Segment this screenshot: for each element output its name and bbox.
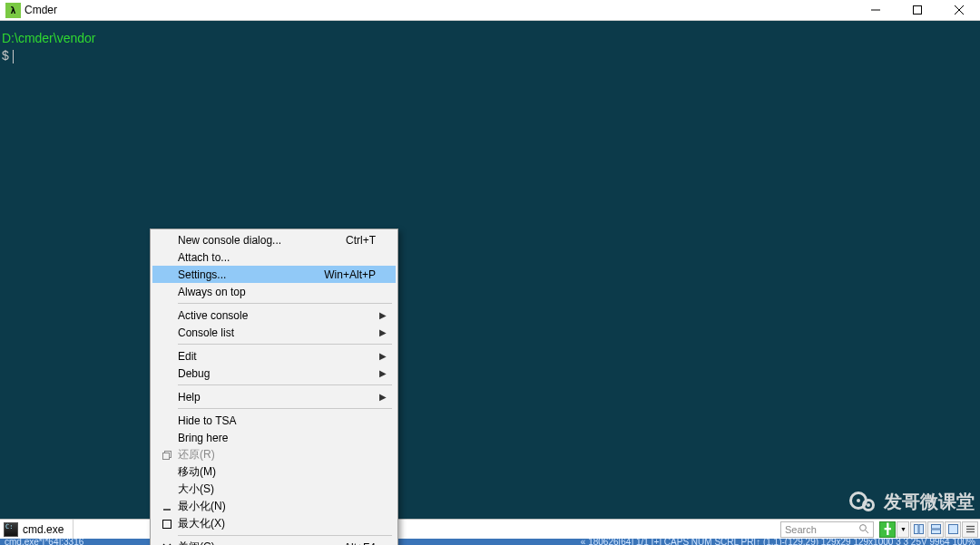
console-tab-icon [4, 522, 18, 537]
menu-item-label: 还原(R) [178, 447, 376, 462]
svg-rect-5 [163, 453, 170, 459]
close-button[interactable] [938, 0, 980, 21]
submenu-arrow-icon: ▶ [379, 310, 387, 320]
minimize-button[interactable] [855, 0, 897, 21]
menu-separator [178, 408, 392, 409]
menu-item-label: 移动(M) [178, 464, 376, 480]
menu-separator [178, 303, 392, 304]
terminal-path: D:\cmder\vendor [2, 31, 95, 45]
context-menu: New console dialog...Ctrl+TAttach to...S… [150, 229, 398, 545]
layout-button-3[interactable] [945, 521, 961, 538]
svg-point-10 [860, 525, 867, 531]
app-icon: λ [5, 3, 21, 18]
search-icon [858, 523, 869, 536]
submenu-arrow-icon: ▶ [379, 392, 387, 402]
min-icon [162, 502, 172, 511]
menu-item[interactable]: Edit▶ [152, 347, 396, 365]
search-input[interactable]: Search [780, 521, 874, 538]
terminal-cursor [13, 50, 14, 63]
menu-item[interactable]: 最大化(X) [152, 515, 396, 532]
menu-item[interactable]: Attach to... [152, 248, 396, 266]
status-bar: cmd.exe*[*64]:3316 « 180626[64] 1/1 [+] … [0, 539, 980, 545]
new-console-button[interactable]: ╋ [879, 521, 896, 538]
menu-item: 还原(R) [152, 446, 396, 463]
menu-item-label: Help [178, 391, 376, 404]
wechat-icon [848, 486, 878, 517]
menu-button[interactable] [962, 521, 978, 538]
menu-item[interactable]: Active console▶ [152, 307, 396, 324]
menu-item-label: Active console [178, 309, 376, 322]
toolbar-buttons: ╋ ▼ [877, 520, 980, 539]
menu-item-label: Settings... [178, 268, 324, 281]
submenu-arrow-icon: ▶ [379, 368, 387, 378]
watermark-text: 发哥微课堂 [884, 490, 975, 514]
menu-item[interactable]: 大小(S) [152, 481, 396, 498]
menu-separator [178, 535, 392, 536]
menu-item[interactable]: Hide to TSA [152, 412, 396, 429]
menu-item-label: 最小化(N) [178, 499, 376, 514]
menu-item[interactable]: Settings...Win+Alt+P [152, 266, 396, 283]
menu-item[interactable]: 关闭(C)Alt+F4 [152, 539, 396, 545]
layout-button-2[interactable] [927, 521, 944, 538]
menu-item[interactable]: Always on top [152, 283, 396, 300]
window-title: Cmder [24, 4, 57, 16]
menu-item[interactable]: New console dialog...Ctrl+T [152, 231, 396, 248]
menu-item[interactable]: Help▶ [152, 388, 396, 405]
restore-icon [162, 451, 172, 460]
terminal-prompt: $ [2, 48, 9, 63]
status-segments: « 180626[64] 1/1 [+] CAPS NUM SCRL PRI↑ … [578, 539, 978, 545]
window-titlebar: λ Cmder [0, 0, 980, 21]
menu-item-label: Attach to... [178, 251, 376, 264]
menu-item-label: Hide to TSA [178, 414, 376, 427]
watermark: 发哥微课堂 [848, 486, 975, 517]
menu-separator [178, 344, 392, 345]
svg-rect-7 [163, 520, 172, 528]
max-icon [162, 520, 172, 529]
menu-item[interactable]: Debug▶ [152, 365, 396, 382]
menu-item[interactable]: 移动(M) [152, 463, 396, 481]
menu-item-label: Edit [178, 350, 376, 363]
menu-item[interactable]: 最小化(N) [152, 498, 396, 515]
menu-item-label: Debug [178, 367, 376, 380]
search-placeholder: Search [785, 524, 817, 535]
menu-separator [178, 384, 392, 385]
menu-item-shortcut: Win+Alt+P [324, 268, 376, 281]
menu-item-label: New console dialog... [178, 234, 346, 247]
svg-line-11 [866, 530, 868, 533]
svg-rect-15 [931, 530, 940, 534]
layout-button-1[interactable] [910, 521, 926, 538]
menu-item-label: Console list [178, 326, 376, 339]
menu-item-label: 关闭(C) [178, 540, 344, 545]
svg-rect-14 [931, 525, 940, 530]
menu-item-label: Bring here [178, 432, 376, 444]
menu-item[interactable]: Console list▶ [152, 324, 396, 341]
menu-item[interactable]: Bring here [152, 429, 396, 446]
terminal-area[interactable]: D:\cmder\vendor $ New console dialog...C… [0, 21, 980, 519]
terminal-output: D:\cmder\vendor $ [0, 21, 980, 66]
svg-rect-16 [948, 525, 957, 534]
new-console-dropdown[interactable]: ▼ [897, 521, 909, 538]
menu-item-shortcut: Alt+F4 [344, 541, 376, 546]
svg-rect-1 [914, 6, 922, 15]
menu-item-label: 最大化(X) [178, 516, 376, 531]
menu-item-label: 大小(S) [178, 482, 376, 497]
console-tab-label: cmd.exe [23, 523, 64, 536]
submenu-arrow-icon: ▶ [379, 327, 387, 337]
svg-rect-13 [919, 525, 924, 534]
menu-item-shortcut: Ctrl+T [346, 234, 376, 247]
svg-rect-12 [914, 525, 918, 534]
chevron-down-icon: ▼ [900, 526, 906, 532]
tab-bar: cmd.exe Search ╋ ▼ [0, 519, 980, 539]
status-process: cmd.exe*[*64]:3316 [2, 539, 86, 545]
submenu-arrow-icon: ▶ [379, 351, 387, 361]
maximize-button[interactable] [897, 0, 938, 21]
console-tab[interactable]: cmd.exe [0, 520, 74, 539]
menu-item-label: Always on top [178, 286, 376, 298]
